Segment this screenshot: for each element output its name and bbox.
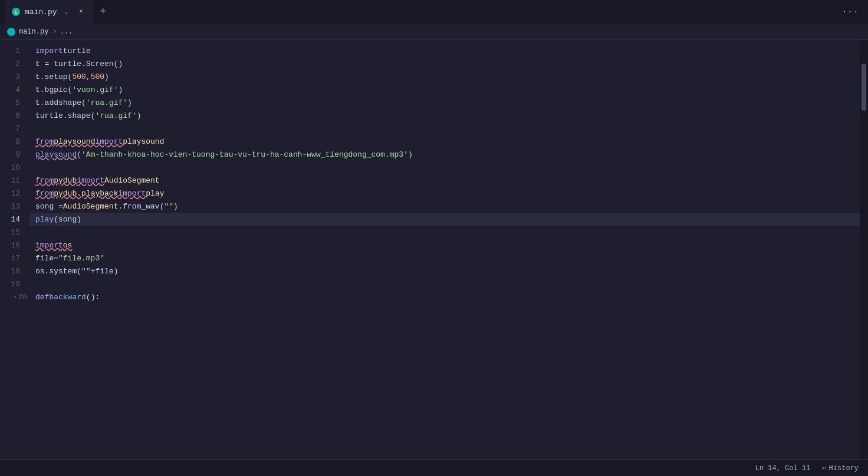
- code-line-12[interactable]: from pydub.playback import play: [29, 187, 860, 200]
- editor-container: 12345678910111213141516171819▾20 import …: [0, 40, 868, 460]
- tab-label: main.py: [25, 8, 57, 16]
- line-number-13: 13: [0, 200, 29, 213]
- line-number-3: 3: [0, 71, 29, 84]
- tab-python-icon: 🐍: [12, 8, 20, 16]
- line-number-9: 9: [0, 148, 29, 161]
- code-area[interactable]: import turtlet = turtle.Screen()t.setup(…: [29, 40, 860, 460]
- breadcrumb-bar: main.py > ...: [0, 24, 868, 40]
- line-numbers: 12345678910111213141516171819▾20: [0, 40, 29, 460]
- code-line-6[interactable]: turtle.shape('rua.gif'): [29, 110, 860, 123]
- code-line-1[interactable]: import turtle: [29, 45, 860, 58]
- breadcrumb-separator: >: [52, 28, 56, 36]
- code-line-13[interactable]: song = AudioSegment.from_wav(""): [29, 200, 860, 213]
- line-number-14: 14: [0, 213, 29, 226]
- line-number-12: 12: [0, 187, 29, 200]
- line-number-17: 17: [0, 252, 29, 265]
- code-line-9[interactable]: playsound('Am-thanh-khoa-hoc-vien-tuong-…: [29, 148, 860, 161]
- code-line-2[interactable]: t = turtle.Screen(): [29, 58, 860, 71]
- line-number-10: 10: [0, 161, 29, 174]
- code-line-5[interactable]: t.addshape('rua.gif'): [29, 97, 860, 110]
- tab-close-button[interactable]: ×: [76, 6, 87, 17]
- line-number-20: ▾20: [0, 291, 29, 304]
- code-line-18[interactable]: os.system(""+file): [29, 265, 860, 278]
- line-number-16: 16: [0, 239, 29, 252]
- line-number-11: 11: [0, 174, 29, 187]
- code-line-10[interactable]: [29, 161, 860, 174]
- more-options-button[interactable]: ···: [837, 6, 863, 17]
- line-number-6: 6: [0, 110, 29, 123]
- line-number-2: 2: [0, 58, 29, 71]
- history-button[interactable]: ↩ History: [822, 464, 859, 472]
- line-number-19: 19: [0, 278, 29, 291]
- code-line-3[interactable]: t.setup(500,500): [29, 71, 860, 84]
- code-line-7[interactable]: [29, 123, 860, 135]
- code-line-19[interactable]: [29, 278, 860, 291]
- code-line-4[interactable]: t.bgpic('vuon.gif'): [29, 84, 860, 97]
- breadcrumb-filename[interactable]: main.py: [19, 28, 48, 36]
- code-line-17[interactable]: file="file.mp3": [29, 252, 860, 265]
- cursor-position[interactable]: Ln 14, Col 11: [755, 464, 811, 472]
- scrollbar-track[interactable]: [860, 40, 868, 460]
- code-line-15[interactable]: [29, 226, 860, 239]
- new-tab-button[interactable]: +: [94, 0, 113, 24]
- line-number-1: 1: [0, 45, 29, 58]
- line-number-18: 18: [0, 265, 29, 278]
- status-bar: Ln 14, Col 11 ↩ History: [0, 460, 868, 476]
- scrollbar-thumb[interactable]: [862, 64, 866, 111]
- code-line-11[interactable]: from pydub import AudioSegment: [29, 174, 860, 187]
- tab-dropdown-icon[interactable]: ⌄: [62, 7, 71, 16]
- line-number-7: 7: [0, 123, 29, 135]
- code-line-16[interactable]: import os: [29, 239, 860, 252]
- breadcrumb-python-icon: [7, 28, 15, 36]
- line-number-4: 4: [0, 84, 29, 97]
- svg-text:🐍: 🐍: [14, 9, 19, 15]
- line-number-15: 15: [0, 226, 29, 239]
- line-number-5: 5: [0, 97, 29, 110]
- title-bar: 🐍 main.py ⌄ × + ···: [0, 0, 868, 24]
- tab-main-py[interactable]: 🐍 main.py ⌄ ×: [5, 0, 94, 24]
- line-number-8: 8: [0, 135, 29, 148]
- history-label: History: [829, 464, 859, 472]
- breadcrumb-more[interactable]: ...: [60, 28, 73, 36]
- code-line-14[interactable]: play(song): [29, 213, 860, 226]
- history-icon: ↩: [822, 464, 826, 472]
- code-line-20[interactable]: def backward():: [29, 291, 860, 304]
- code-line-8[interactable]: from playsound import playsound: [29, 135, 860, 148]
